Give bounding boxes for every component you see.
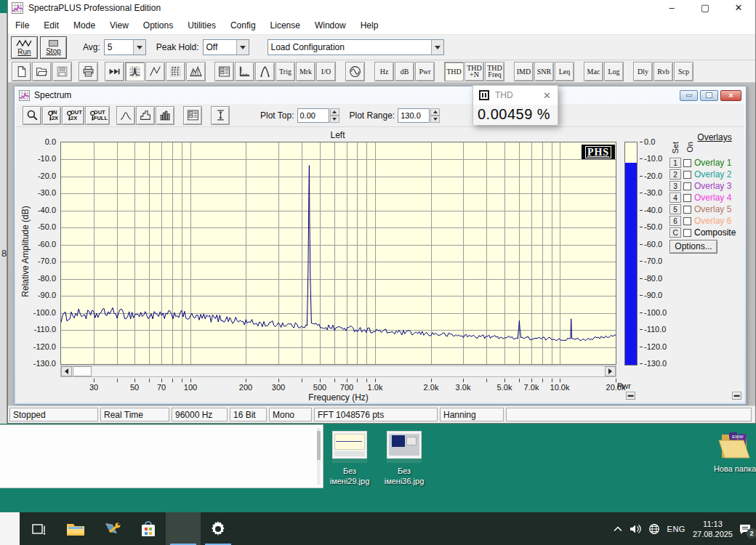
desktop-icon-jpg36[interactable]: Без імені36.jpg	[368, 431, 441, 486]
utility-app-button[interactable]	[94, 512, 129, 545]
thd-popup-close-icon[interactable]: ✕	[543, 90, 551, 101]
imd-button[interactable]: IMD	[514, 62, 534, 81]
signal-generator-button[interactable]	[345, 62, 365, 81]
notification-center-icon[interactable]: 2	[739, 523, 752, 535]
spectrum-view-button[interactable]	[125, 62, 145, 81]
delay-button[interactable]: Dly	[633, 62, 653, 81]
menu-options[interactable]: Options	[136, 17, 180, 33]
maximize-button[interactable]: ▢	[688, 0, 722, 16]
spectrum-restore-button[interactable]	[700, 90, 718, 101]
plot-range-input[interactable]	[398, 108, 430, 123]
units-db-button[interactable]: dB	[395, 62, 414, 81]
thd-freq-button[interactable]: THD Freq	[485, 62, 504, 81]
plot-top-input[interactable]	[297, 108, 329, 123]
panel-collapse-button[interactable]: ▬	[732, 392, 741, 400]
units-pwr-button[interactable]: Pwr	[415, 62, 435, 81]
avg-select[interactable]: 5	[104, 39, 146, 55]
spectrogram-view-button[interactable]	[166, 62, 185, 81]
display-options-button[interactable]	[183, 106, 202, 125]
overlay-set-button-4[interactable]: 4	[669, 193, 681, 203]
overlay-set-button-1[interactable]: 1	[669, 158, 681, 168]
plot-range-spinner[interactable]	[430, 108, 440, 123]
menu-config[interactable]: Config	[223, 17, 263, 33]
plot-top-spinner[interactable]	[330, 108, 339, 123]
overlay-on-checkbox-3[interactable]	[683, 182, 691, 190]
run-button[interactable]: Run	[11, 36, 38, 59]
thd-button[interactable]: THD	[444, 62, 464, 81]
plot-horizontal-scrollbar[interactable]	[60, 366, 616, 377]
overlay-on-checkbox-1[interactable]	[683, 159, 691, 167]
spectraplus-taskbar-button[interactable]	[166, 512, 201, 545]
overlay-set-button-3[interactable]: 3	[669, 181, 681, 191]
overlay-set-button-5[interactable]: 5	[669, 204, 681, 214]
leq-button[interactable]: Leq	[555, 62, 574, 81]
surface-view-button[interactable]	[186, 62, 206, 81]
close-button[interactable]: ✕	[722, 0, 755, 16]
menu-help[interactable]: Help	[353, 17, 386, 33]
menu-mode[interactable]: Mode	[66, 17, 102, 33]
zoom-out-full-button[interactable]: OUT FULL	[85, 106, 110, 125]
overlay-on-checkbox-5[interactable]	[683, 206, 691, 214]
open-file-button[interactable]	[32, 62, 52, 81]
bar-plot-button[interactable]	[136, 106, 155, 125]
snr-button[interactable]: SNR	[534, 62, 554, 81]
overlay-set-button-6[interactable]: 6	[669, 216, 681, 226]
file-explorer-button[interactable]	[58, 512, 93, 545]
scaling-button[interactable]	[235, 62, 254, 81]
thd-n-button[interactable]: THD +N	[465, 62, 484, 81]
stop-button[interactable]: Stop	[40, 36, 67, 59]
overlay-on-checkbox-2[interactable]	[683, 171, 691, 179]
macro-button[interactable]: Mac	[584, 62, 603, 81]
scroll-left-arrow-icon[interactable]	[61, 366, 72, 376]
menu-edit[interactable]: Edit	[36, 17, 66, 33]
units-hz-button[interactable]: Hz	[374, 62, 394, 81]
reverb-button[interactable]: Rvb	[654, 62, 673, 81]
desktop-icon-new-folder[interactable]: EWW Нова папка	[699, 429, 756, 474]
overlay-set-button-c[interactable]: C	[669, 227, 681, 238]
volume-icon[interactable]	[630, 524, 641, 534]
trigger-button[interactable]: Trig	[276, 62, 295, 81]
overlay-on-checkbox-4[interactable]	[683, 194, 691, 202]
minimize-button[interactable]: –	[655, 0, 688, 16]
network-globe-icon[interactable]	[648, 523, 660, 535]
zoom-out-2x-button[interactable]: OUT 2X	[62, 106, 84, 125]
store-button[interactable]	[131, 512, 166, 545]
clock[interactable]: 11:13 27.08.2025	[693, 519, 733, 539]
fast-forward-button[interactable]	[105, 62, 124, 81]
menu-window[interactable]: Window	[307, 17, 353, 33]
scroll-thumb[interactable]	[73, 366, 92, 376]
menu-view[interactable]: View	[102, 17, 136, 33]
time-series-view-button[interactable]	[145, 62, 165, 81]
overlay-on-checkbox-c[interactable]	[683, 229, 691, 237]
spectrum-minimize-button[interactable]	[680, 90, 698, 101]
amplitude-scale-button[interactable]	[211, 106, 230, 125]
overlay-on-checkbox-6[interactable]	[683, 217, 691, 225]
tray-chevron-up-icon[interactable]	[614, 526, 622, 532]
logging-button[interactable]: Log	[604, 62, 624, 81]
scroll-right-arrow-icon[interactable]	[605, 366, 616, 376]
overlay-set-button-2[interactable]: 2	[669, 169, 681, 179]
peak-hold-select[interactable]: Off	[203, 39, 249, 55]
io-device-button[interactable]: I/O	[316, 62, 336, 81]
language-indicator[interactable]: ENG	[667, 525, 685, 533]
new-file-button[interactable]	[12, 62, 31, 81]
zoom-in-2x-button[interactable]: IN 2X	[42, 106, 61, 125]
markers-button[interactable]: Mrk	[296, 62, 315, 81]
save-file-button[interactable]	[52, 62, 72, 81]
scope-button[interactable]: Scp	[674, 62, 693, 81]
print-button[interactable]	[79, 62, 98, 81]
histogram-plot-button[interactable]	[156, 106, 174, 125]
zoom-button[interactable]	[23, 106, 41, 125]
line-plot-button[interactable]	[116, 106, 135, 125]
load-configuration-select[interactable]: Load Configuration	[268, 39, 444, 55]
menu-license[interactable]: License	[263, 17, 307, 33]
meter-collapse-button[interactable]: ▬	[626, 392, 635, 400]
calipers-button[interactable]	[255, 62, 275, 81]
overlay-options-button[interactable]: Options...	[669, 240, 717, 254]
task-view-button[interactable]	[22, 512, 57, 545]
spectrum-plot[interactable]	[60, 142, 616, 365]
settings-taskbar-button[interactable]	[201, 512, 236, 545]
menu-utilities[interactable]: Utilities	[180, 17, 223, 33]
control-panel-button[interactable]	[214, 62, 234, 81]
menu-file[interactable]: File	[8, 17, 36, 33]
